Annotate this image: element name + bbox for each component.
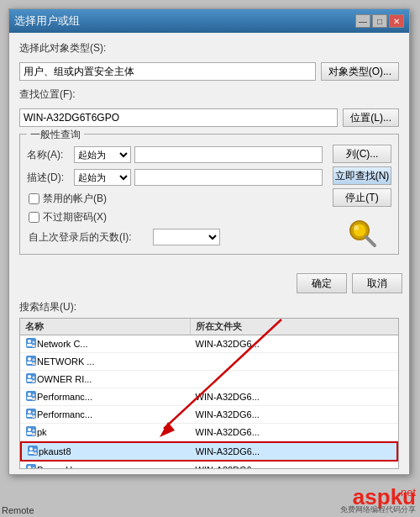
- table-row[interactable]: pkWIN-A32DG6...: [20, 424, 398, 441]
- results-header: 名称 所在文件夹: [20, 319, 398, 335]
- svg-rect-33: [32, 433, 35, 435]
- user-group-icon: [25, 408, 37, 421]
- svg-rect-31: [27, 432, 32, 435]
- select-user-group-dialog: 选择用户或组 — □ ✕ 选择此对象类型(S): 对象类型(O)... 查找位置…: [8, 8, 410, 475]
- svg-rect-28: [32, 415, 35, 418]
- row-folder: WIN-A32DG6...: [191, 463, 399, 469]
- row-folder: WIN-A32DG6...: [191, 390, 399, 404]
- svg-rect-18: [32, 380, 35, 382]
- svg-point-30: [28, 428, 31, 431]
- results-section: 搜索结果(U): 名称 所在文件夹 Network C...WIN-A32DG6…: [9, 300, 409, 474]
- svg-point-35: [29, 447, 33, 451]
- title-bar: 选择用户或组 — □ ✕: [9, 9, 409, 33]
- remote-label: Remote: [2, 505, 34, 515]
- row-folder: [191, 377, 399, 381]
- user-group-icon: [25, 337, 37, 351]
- svg-point-27: [33, 412, 35, 414]
- group-box-title: 一般性查询: [27, 128, 84, 142]
- search-icon-container: [333, 217, 391, 249]
- disabled-account-label: 禁用的帐户(B): [43, 192, 107, 206]
- svg-rect-26: [27, 414, 32, 417]
- watermark-net: .net: [397, 486, 416, 499]
- non-expire-checkbox[interactable]: [29, 212, 39, 223]
- col-button[interactable]: 列(C)...: [333, 145, 391, 163]
- non-expire-label: 不过期密码(X): [43, 210, 107, 224]
- table-row[interactable]: Performanc...WIN-A32DG6...: [20, 406, 398, 424]
- minimize-button[interactable]: —: [355, 14, 370, 28]
- results-table[interactable]: 名称 所在文件夹 Network C...WIN-A32DG6...NETWOR…: [19, 318, 399, 469]
- object-type-label: 选择此对象类型(S):: [19, 41, 106, 55]
- svg-point-20: [28, 393, 31, 396]
- row-name: OWNER RI...: [37, 374, 92, 384]
- cancel-button[interactable]: 取消: [352, 273, 402, 293]
- disabled-account-checkbox[interactable]: [29, 193, 39, 204]
- search-magnifier-icon: [346, 217, 378, 249]
- table-row[interactable]: Power UsersWIN-A32DG6...: [20, 462, 398, 469]
- svg-point-22: [33, 394, 35, 397]
- object-type-button[interactable]: 对象类型(O)...: [321, 62, 399, 81]
- dialog-body: 选择此对象类型(S): 对象类型(O)... 查找位置(F): 位置(L)...…: [9, 33, 409, 268]
- desc-starts-select[interactable]: 起始为: [74, 169, 131, 186]
- svg-point-40: [28, 466, 31, 469]
- svg-point-10: [28, 357, 31, 361]
- svg-point-15: [28, 375, 31, 378]
- row-name: NETWORK ...: [37, 356, 94, 367]
- results-body: Network C...WIN-A32DG6...NETWORK ...OWNE…: [20, 335, 398, 469]
- name-row: 名称(A): 起始为: [27, 146, 323, 163]
- title-bar-buttons: — □ ✕: [355, 14, 404, 28]
- svg-rect-11: [27, 361, 32, 364]
- table-row[interactable]: OWNER RI...: [20, 371, 398, 388]
- days-row: 自上次登录后的天数(I):: [29, 229, 323, 245]
- svg-point-7: [33, 341, 35, 344]
- location-button[interactable]: 位置(L)...: [343, 108, 399, 127]
- table-row[interactable]: Performanc...WIN-A32DG6...: [20, 388, 398, 406]
- row-folder: WIN-A32DG6...: [191, 408, 399, 421]
- desc-input[interactable]: [134, 169, 323, 186]
- user-group-icon: [25, 372, 37, 386]
- days-select[interactable]: [153, 229, 220, 245]
- row-name: Power Users: [37, 465, 90, 469]
- object-type-input[interactable]: [19, 62, 316, 81]
- desc-label: 描述(D):: [27, 171, 74, 185]
- svg-rect-36: [29, 451, 34, 454]
- user-group-icon: [25, 390, 37, 404]
- name-starts-select[interactable]: 起始为: [74, 146, 131, 163]
- user-group-icon: [25, 425, 37, 439]
- dialog-title: 选择用户或组: [14, 13, 80, 29]
- col-name-header: 名称: [20, 319, 191, 335]
- results-label: 搜索结果(U):: [19, 300, 399, 314]
- user-group-icon: [27, 445, 39, 458]
- inner-form: 名称(A): 起始为 描述(D): 起始为 禁用的: [27, 146, 323, 245]
- svg-point-5: [28, 340, 31, 343]
- watermark-aspku: aspku: [353, 484, 416, 510]
- col-folder-header: 所在文件夹: [191, 319, 399, 335]
- svg-point-3: [354, 225, 359, 230]
- object-type-row: 选择此对象类型(S):: [19, 41, 399, 55]
- svg-rect-16: [27, 379, 32, 382]
- desc-row: 描述(D): 起始为: [27, 169, 323, 186]
- svg-point-25: [28, 410, 31, 414]
- group-right-buttons: 列(C)... 立即查找(N) 停止(T): [333, 145, 391, 249]
- svg-point-17: [33, 377, 35, 379]
- non-expire-row: 不过期密码(X): [29, 210, 323, 224]
- stop-button[interactable]: 停止(T): [333, 188, 391, 207]
- table-row[interactable]: Network C...WIN-A32DG6...: [20, 335, 398, 353]
- object-type-input-row: 对象类型(O)...: [19, 62, 399, 81]
- name-label: 名称(A):: [27, 148, 74, 162]
- svg-line-2: [366, 237, 375, 245]
- table-row[interactable]: pkaust8WIN-A32DG6...: [20, 441, 398, 462]
- table-row[interactable]: NETWORK ...: [20, 353, 398, 371]
- svg-point-37: [34, 449, 37, 451]
- row-folder: WIN-A32DG6...: [191, 445, 396, 458]
- name-input[interactable]: [134, 146, 323, 163]
- svg-point-1: [353, 224, 366, 237]
- location-label-row: 查找位置(F):: [19, 87, 399, 102]
- location-input[interactable]: [19, 108, 338, 127]
- ok-button[interactable]: 确定: [297, 273, 347, 293]
- watermark-sub: 免费网络编程代码分享: [340, 504, 416, 515]
- maximize-button[interactable]: □: [372, 14, 387, 28]
- user-group-icon: [25, 355, 37, 368]
- close-button[interactable]: ✕: [389, 14, 404, 28]
- svg-rect-23: [32, 398, 35, 400]
- search-now-button[interactable]: 立即查找(N): [333, 166, 391, 185]
